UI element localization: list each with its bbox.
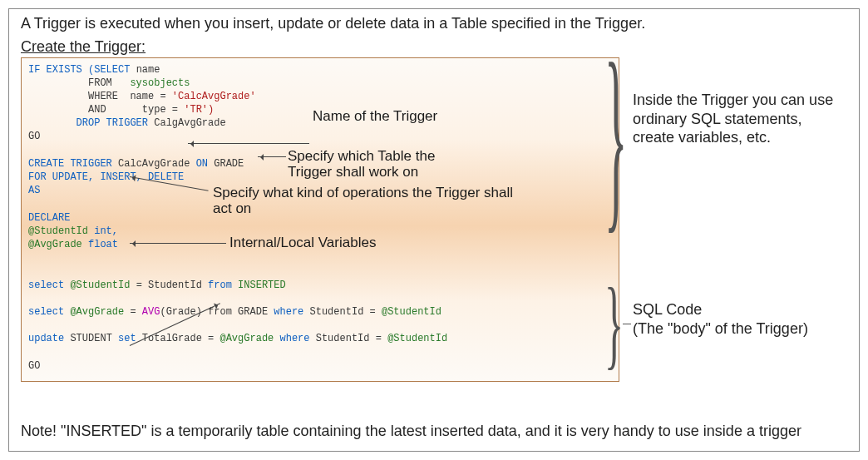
- arrow-table: [258, 156, 286, 157]
- create-heading: Create the Trigger:: [21, 38, 847, 56]
- slide-container: A Trigger is executed when you insert, u…: [8, 8, 860, 452]
- brace-connector: [623, 324, 631, 324]
- intro-text: A Trigger is executed when you insert, u…: [21, 14, 847, 33]
- arrow-vars: [130, 243, 226, 244]
- right-note-2a: SQL Code: [633, 300, 836, 319]
- brace-bottom: }: [604, 284, 624, 364]
- annot-vars: Internal/Local Variables: [229, 235, 376, 251]
- annot-table: Specify which Table the Trigger shall wo…: [288, 148, 462, 181]
- annot-name: Name of the Trigger: [313, 108, 437, 125]
- brace-top: }: [604, 59, 627, 213]
- right-note-2b: (The "body" of the Trigger): [633, 319, 836, 339]
- footer-note: Note! "INSERTED" is a temporarily table …: [21, 422, 844, 441]
- right-note-1: Inside the Trigger you can use ordinary …: [633, 91, 836, 147]
- annot-ops: Specify what kind of operations the Trig…: [213, 185, 529, 217]
- code-box: IF EXISTS (SELECT name FROM sysobjects W…: [21, 57, 619, 382]
- arrow-name: [188, 143, 309, 144]
